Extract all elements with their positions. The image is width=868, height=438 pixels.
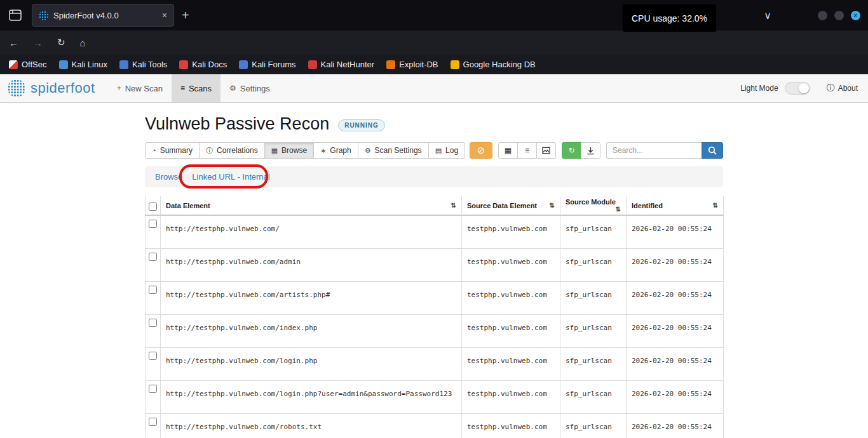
cell-source-data-element: testphp.vulnweb.com: [462, 281, 560, 314]
bookmark-favicon: [239, 60, 248, 69]
table-row[interactable]: http://testphp.vulnweb.com/login.php?use…: [146, 380, 724, 413]
cell-source-data-element: testphp.vulnweb.com: [462, 380, 560, 413]
breadcrumb-current[interactable]: Linked URL - Internal: [192, 172, 269, 182]
col-header-identified[interactable]: Identified ⇅: [627, 196, 724, 215]
bookmark-label: Kali Tools: [132, 60, 167, 69]
cell-source-data-element: testphp.vulnweb.com: [462, 314, 560, 347]
sort-icon[interactable]: ⇅: [713, 202, 718, 209]
row-checkbox[interactable]: [149, 418, 157, 426]
header-nav-item[interactable]: + New Scan: [108, 74, 172, 102]
bookmark-item[interactable]: OffSec: [9, 60, 47, 69]
breadcrumb-root[interactable]: Browse: [155, 172, 182, 182]
sort-icon[interactable]: ⇅: [451, 202, 456, 209]
col-header-source-data-element[interactable]: Source Data Element ⇅: [462, 196, 560, 215]
results-table: Data Element ⇅ Source Data Element ⇅ Sou…: [145, 196, 724, 438]
row-checkbox[interactable]: [149, 385, 157, 393]
list-view-button[interactable]: ≡: [517, 142, 537, 159]
cell-source-module: sfp_urlscan: [560, 215, 627, 248]
header-nav-item[interactable]: ≡ Scans: [172, 74, 220, 102]
bookmark-item[interactable]: Kali Forums: [239, 60, 295, 69]
tab-label: Correlations: [217, 146, 258, 155]
browser-tab-bar: SpiderFoot v4.0.0 × + ∨ × CPU usage: 32.…: [0, 0, 868, 30]
col-header-source-module[interactable]: Source Module ⇅: [560, 196, 627, 215]
scan-view-tab[interactable]: ⓘ Correlations: [199, 142, 265, 159]
header-nav-label: Scans: [189, 84, 212, 93]
search-input[interactable]: [606, 142, 702, 159]
window-controls: ∨ ×: [764, 10, 868, 22]
maximize-button[interactable]: [834, 11, 844, 20]
tab-label: Scan Settings: [375, 146, 422, 155]
table-row[interactable]: http://testphp.vulnweb.com/artists.php# …: [146, 281, 724, 314]
status-badge: RUNNING: [338, 119, 385, 131]
table-row[interactable]: http://testphp.vulnweb.com/login.php tes…: [146, 347, 724, 380]
table-row[interactable]: http://testphp.vulnweb.com/admin testphp…: [146, 248, 724, 281]
reload-icon[interactable]: ↻: [57, 37, 65, 48]
grid-icon: ▦: [505, 146, 512, 155]
table-row[interactable]: http://testphp.vulnweb.com/robots.txt te…: [146, 413, 724, 438]
bookmark-label: Exploit-DB: [399, 60, 438, 69]
chevron-down-icon[interactable]: ∨: [764, 10, 771, 22]
table-row[interactable]: http://testphp.vulnweb.com/index.php tes…: [146, 314, 724, 347]
bookmark-item[interactable]: Kali NetHunter: [308, 60, 375, 69]
refresh-button[interactable]: ↻: [562, 142, 581, 159]
bookmark-item[interactable]: Kali Tools: [119, 60, 167, 69]
firefox-view-icon[interactable]: [4, 5, 27, 25]
row-checkbox[interactable]: [149, 319, 157, 327]
scan-view-tab[interactable]: ∗ Graph: [313, 142, 358, 159]
row-checkbox[interactable]: [149, 286, 157, 294]
col-header-data-element[interactable]: Data Element ⇅: [161, 196, 462, 215]
bookmark-label: Kali NetHunter: [321, 60, 375, 69]
image-icon: [542, 147, 550, 154]
table-row[interactable]: http://testphp.vulnweb.com/ testphp.vuln…: [146, 215, 724, 248]
bookmark-favicon: [451, 60, 459, 69]
header-nav-label: New Scan: [125, 84, 163, 93]
light-mode-toggle[interactable]: [785, 82, 810, 95]
about-link[interactable]: ⓘ About: [827, 83, 858, 94]
cell-data-element: http://testphp.vulnweb.com/artists.php#: [161, 281, 462, 314]
scan-view-tab[interactable]: ▦ Browse: [264, 142, 314, 159]
tab-close-icon[interactable]: ×: [162, 10, 167, 20]
new-tab-button[interactable]: +: [182, 9, 189, 22]
bookmark-label: OffSec: [22, 60, 47, 69]
scan-view-tab[interactable]: ◔ Summary: [145, 142, 200, 159]
bookmark-favicon: [386, 60, 395, 69]
download-button[interactable]: [581, 142, 600, 159]
cell-identified: 2026-02-20 00:55:24: [627, 347, 724, 380]
select-all-checkbox[interactable]: [149, 202, 157, 211]
forward-icon[interactable]: →: [33, 37, 43, 48]
bookmark-favicon: [59, 60, 68, 69]
search-button[interactable]: [702, 142, 723, 159]
grid-view-button[interactable]: ▦: [498, 142, 518, 159]
image-view-button[interactable]: [536, 142, 556, 159]
minimize-button[interactable]: [818, 11, 827, 20]
header-nav-icon: ⚙: [229, 84, 236, 93]
spiderfoot-logo[interactable]: spiderfoot: [8, 74, 95, 102]
cell-source-module: sfp_urlscan: [560, 281, 627, 314]
bookmark-item[interactable]: Kali Docs: [179, 60, 227, 69]
scan-view-tab[interactable]: ⚙ Scan Settings: [358, 142, 429, 159]
row-checkbox[interactable]: [149, 220, 157, 228]
stop-scan-button[interactable]: ⊘: [470, 142, 492, 159]
bookmark-item[interactable]: Exploit-DB: [386, 60, 438, 69]
table-header-row: Data Element ⇅ Source Data Element ⇅ Sou…: [146, 196, 724, 215]
close-button[interactable]: ×: [851, 11, 860, 20]
back-icon[interactable]: ←: [9, 37, 18, 48]
tab-icon: ▦: [271, 147, 278, 155]
bookmark-item[interactable]: Kali Linux: [59, 60, 107, 69]
bookmark-item[interactable]: Google Hacking DB: [451, 60, 536, 69]
row-checkbox[interactable]: [149, 352, 157, 360]
row-checkbox[interactable]: [149, 253, 157, 261]
bookmark-label: Kali Docs: [192, 60, 227, 69]
bookmark-favicon: [308, 60, 317, 69]
home-icon[interactable]: ⌂: [80, 37, 86, 48]
header-nav-item[interactable]: ⚙ Settings: [220, 74, 279, 102]
sort-icon[interactable]: ⇅: [550, 202, 555, 209]
scan-view-tab[interactable]: ▤ Log: [428, 142, 465, 159]
spiderfoot-favicon: [39, 11, 48, 20]
browser-tab[interactable]: SpiderFoot v4.0.0 ×: [32, 4, 174, 27]
header-nav-icon: ≡: [180, 84, 185, 93]
sort-icon[interactable]: ⇅: [616, 206, 621, 213]
bookmark-favicon: [179, 60, 188, 69]
tab-icon: ◔: [152, 147, 156, 154]
toggle-knob: [799, 83, 809, 93]
